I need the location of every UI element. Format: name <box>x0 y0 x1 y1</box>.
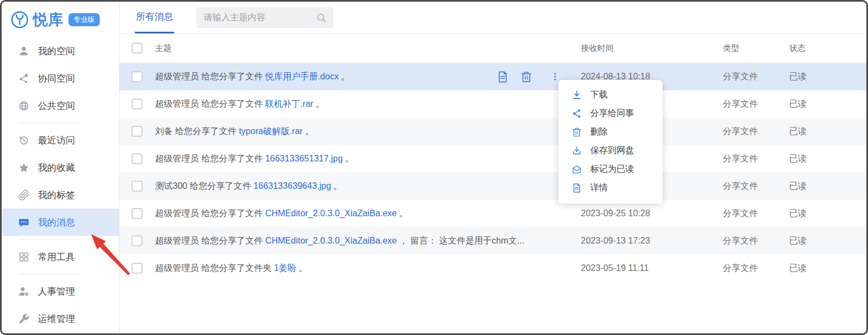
message-text: 超级管理员 给您分享了文件夹 1姜盼 。 <box>155 263 553 274</box>
message-type: 分享文件 <box>723 208 789 220</box>
sidebar-item-label: 我的空间 <box>38 45 75 57</box>
table-row[interactable]: 超级管理员 给您分享了文件 CHMEditor_2.0.3.0_XiaZaiBa… <box>119 227 866 255</box>
sidebar-item-label: 我的标签 <box>38 189 75 201</box>
row-checkbox[interactable] <box>132 208 142 219</box>
message-text: 超级管理员 给您分享了文件 悦库用户手册.docx 。 <box>155 71 490 83</box>
row-checkbox[interactable] <box>132 153 142 164</box>
sidebar-item-grid[interactable]: 常用工具 <box>2 243 119 270</box>
message-suffix: 。 <box>331 181 342 190</box>
sidebar-item-globe[interactable]: 公共空间 <box>2 92 119 119</box>
message-sender-action: 超级管理员 给您分享了文件 <box>155 236 265 245</box>
sidebar-item-label: 公共空间 <box>38 100 75 112</box>
app-window: 悦库 专业版 我的空间协同空间公共空间最近访问我的收藏我的标签我的消息常用工具人… <box>0 0 868 335</box>
row-context-menu: 下载分享给同事删除保存到网盘标记为已读详情 <box>558 80 663 204</box>
message-file-link[interactable]: 1姜盼 <box>274 263 296 273</box>
sidebar-item-user[interactable]: 我的空间 <box>2 37 119 65</box>
receive-time: 2023-09-13 17:23 <box>581 236 723 246</box>
search-input[interactable] <box>204 13 316 22</box>
message-sender-action: 超级管理员 给您分享了文件 <box>155 209 265 218</box>
header-subject: 主题 <box>155 43 581 54</box>
star-icon <box>18 162 30 174</box>
sidebar-item-label: 常用工具 <box>38 251 75 263</box>
message-file-link[interactable]: 1663133651317.jpg <box>265 154 342 163</box>
row-checkbox[interactable] <box>132 71 142 82</box>
user-icon <box>18 45 30 57</box>
globe-icon <box>18 100 30 112</box>
row-checkbox[interactable] <box>132 181 142 192</box>
message-suffix: 。 <box>339 72 350 81</box>
message-type: 分享文件 <box>723 153 789 165</box>
user-gear-icon <box>18 286 30 297</box>
receive-time: 2023-05-19 11:11 <box>581 263 723 273</box>
menu-item-save-drive[interactable]: 保存到网盘 <box>558 141 663 160</box>
message-suffix: 。 <box>342 154 353 163</box>
menu-item-mark-read[interactable]: 标记为已读 <box>558 160 663 178</box>
row-checkbox[interactable] <box>132 235 142 246</box>
save-drive-icon <box>572 146 582 156</box>
sidebar-divider <box>18 123 81 123</box>
sidebar-item-label: 人事管理 <box>38 285 75 298</box>
select-all-checkbox[interactable] <box>132 43 142 54</box>
table-row[interactable]: 超级管理员 给您分享了文件 联机补丁.rar 。 分享文件 已读 <box>119 90 866 118</box>
table-row[interactable]: 超级管理员 给您分享了文件 悦库用户手册.docx 。 2024-08-13 1… <box>119 63 866 90</box>
menu-item-share[interactable]: 分享给同事 <box>558 104 663 123</box>
row-checkbox[interactable] <box>132 263 142 274</box>
sidebar-item-wrench[interactable]: 运维管理 <box>2 305 119 332</box>
message-text: 超级管理员 给您分享了文件 联机补丁.rar 。 <box>155 99 553 110</box>
message-status: 已读 <box>789 153 866 165</box>
trash-icon[interactable] <box>520 71 533 83</box>
share-nodes-icon <box>18 73 30 84</box>
table-row[interactable]: 刘备 给您分享了文件 typora破解版.rar 。 分享文件 已读 <box>119 118 866 145</box>
table-row[interactable]: 超级管理员 给您分享了文件 1663133651317.jpg 。 分享文件 已… <box>119 145 866 172</box>
search-icon[interactable] <box>316 13 327 23</box>
message-sender-action: 超级管理员 给您分享了文件夹 <box>155 263 274 273</box>
message-file-link[interactable]: CHMEditor_2.0.3.0_XiaZaiBa.exe <box>265 236 397 245</box>
sidebar-divider <box>18 239 81 240</box>
message-type: 分享文件 <box>723 99 789 110</box>
receive-time: 2023-09-25 10:28 <box>581 209 723 218</box>
menu-item-download[interactable]: 下载 <box>558 85 663 104</box>
sidebar-item-star[interactable]: 我的收藏 <box>2 154 119 181</box>
tab-all-messages[interactable]: 所有消息 <box>135 2 174 33</box>
row-checkbox[interactable] <box>132 126 142 137</box>
message-file-link[interactable]: 联机补丁.rar <box>265 99 313 108</box>
sidebar-item-share-nodes[interactable]: 协同空间 <box>2 65 119 92</box>
message-file-link[interactable]: typora破解版.rar <box>239 126 302 136</box>
message-file-link[interactable]: 悦库用户手册.docx <box>265 72 339 81</box>
sidebar-item-label: 协同空间 <box>38 72 75 85</box>
table-row[interactable]: 超级管理员 给您分享了文件夹 1姜盼 。 2023-05-19 11:11 分享… <box>119 255 866 282</box>
sidebar-item-message[interactable]: 我的消息 <box>2 209 119 236</box>
table-row[interactable]: 测试300 给您分享了文件 1663133639643.jpg 。 分享文件 已… <box>119 172 866 200</box>
message-type: 分享文件 <box>723 181 789 192</box>
sidebar-item-label: 运维管理 <box>38 313 75 325</box>
message-suffix: 。 <box>397 209 408 218</box>
menu-item-label: 标记为已读 <box>590 164 634 175</box>
message-sender-action: 测试300 给您分享了文件 <box>155 181 254 190</box>
logo: 悦库 专业版 <box>2 2 119 37</box>
row-checkbox[interactable] <box>132 99 142 109</box>
menu-item-detail[interactable]: 详情 <box>558 178 663 197</box>
message-text: 刘备 给您分享了文件 typora破解版.rar 。 <box>155 126 553 137</box>
message-text: 超级管理员 给您分享了文件 CHMEditor_2.0.3.0_XiaZaiBa… <box>155 235 553 247</box>
message-file-link[interactable]: 1663133639643.jpg <box>254 181 331 190</box>
message-file-link[interactable]: CHMEditor_2.0.3.0_XiaZaiBa.exe <box>265 209 397 218</box>
logo-icon <box>10 10 29 29</box>
sidebar-item-paperclip[interactable]: 我的标签 <box>2 181 119 209</box>
message-status: 已读 <box>789 181 866 192</box>
menu-item-trash[interactable]: 删除 <box>558 123 663 141</box>
file-icon[interactable] <box>496 71 509 83</box>
table-row[interactable]: 超级管理员 给您分享了文件 CHMEditor_2.0.3.0_XiaZaiBa… <box>119 200 866 227</box>
sidebar: 悦库 专业版 我的空间协同空间公共空间最近访问我的收藏我的标签我的消息常用工具人… <box>2 2 119 333</box>
trash-icon <box>572 127 582 137</box>
sidebar-item-user-gear[interactable]: 人事管理 <box>2 278 119 305</box>
paperclip-icon <box>18 189 30 201</box>
row-actions <box>496 71 560 83</box>
message-sender-action: 刘备 给您分享了文件 <box>155 126 239 136</box>
menu-item-label: 详情 <box>590 182 608 194</box>
mark-read-icon <box>572 164 582 175</box>
sidebar-item-label: 我的收藏 <box>38 161 75 174</box>
sidebar-item-history[interactable]: 最近访问 <box>2 126 119 154</box>
message-suffix: 。 <box>313 99 324 108</box>
message-status: 已读 <box>789 71 866 83</box>
message-list: 超级管理员 给您分享了文件 悦库用户手册.docx 。 2024-08-13 1… <box>119 63 866 282</box>
